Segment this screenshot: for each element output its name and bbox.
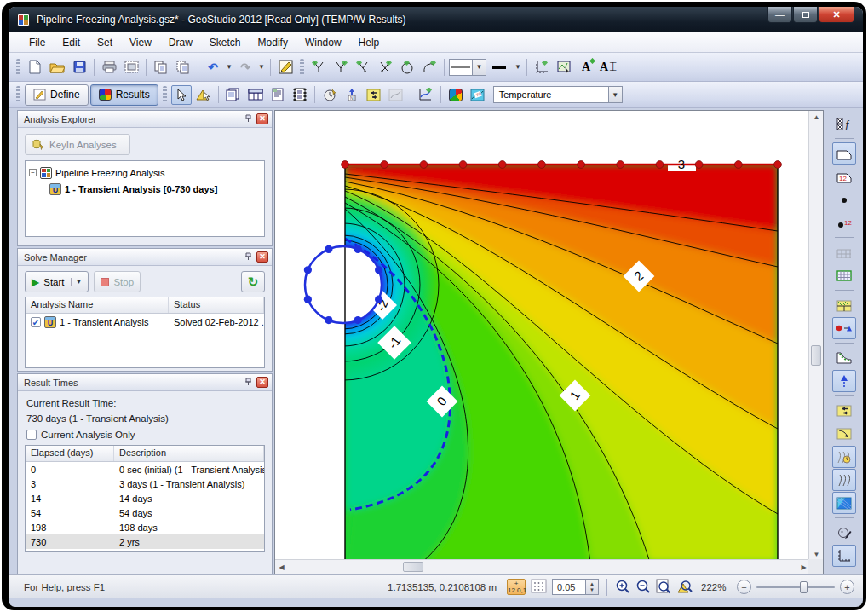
toolbar-grip[interactable] <box>16 86 20 103</box>
title-bar[interactable]: Pipeline Freezing Analysis.gsz* - GeoStu… <box>9 7 863 32</box>
redo-dropdown-icon[interactable]: ▼ <box>257 57 266 77</box>
copy-picture-icon[interactable] <box>223 85 244 105</box>
result-times-header[interactable]: Result Times ✕ <box>18 374 272 391</box>
view-sketch-icon[interactable] <box>832 522 856 544</box>
results-mode-button[interactable]: Results <box>90 84 158 106</box>
view-material-functions-icon[interactable]: ƒ <box>832 113 856 135</box>
line-weight-icon[interactable] <box>488 57 512 77</box>
grid-spacing-spinner[interactable]: 0.05 ▲▼ <box>552 579 599 595</box>
stop-button[interactable]: Stop <box>94 271 141 292</box>
toolbar-grip[interactable] <box>163 86 167 103</box>
draw-arc-icon[interactable] <box>419 57 440 77</box>
scroll-left-icon[interactable]: ◀ <box>275 561 288 574</box>
coordinate-display-icon[interactable]: +12.0,1 <box>507 579 526 595</box>
animation-icon[interactable] <box>290 85 310 105</box>
menu-view[interactable]: View <box>121 34 160 51</box>
col-description[interactable]: Description <box>114 446 264 461</box>
draw-lines-icon[interactable] <box>331 57 351 77</box>
sketch-text-icon[interactable]: A⌶ <box>598 57 618 77</box>
apply-styles-icon[interactable] <box>275 57 296 77</box>
view-mesh-icon[interactable] <box>832 241 856 263</box>
toolbar-grip[interactable] <box>16 59 20 76</box>
horizontal-scrollbar[interactable]: ◀ ▶ <box>275 559 810 574</box>
vertical-scroll-thumb[interactable] <box>811 345 821 366</box>
select-tool-icon[interactable] <box>171 85 192 105</box>
view-object-info-icon[interactable] <box>245 85 266 105</box>
tree-item-project[interactable]: − Pipeline Freezing Analysis <box>27 165 262 181</box>
line-style-dropdown-icon[interactable]: ▼ <box>472 60 486 75</box>
result-time-row[interactable]: 198198 days <box>26 520 264 534</box>
sketch-axes-icon[interactable] <box>532 57 552 77</box>
line-weight-dropdown-icon[interactable]: ▼ <box>514 57 522 77</box>
tree-collapse-icon[interactable]: − <box>29 169 37 176</box>
drawing-canvas[interactable]: 2 1 0 -1 -2 <box>274 110 824 574</box>
panel-close-icon[interactable]: ✕ <box>256 113 268 124</box>
menu-modify[interactable]: Modify <box>250 34 296 51</box>
current-analysis-only-checkbox[interactable] <box>26 430 37 440</box>
modify-objects-icon[interactable] <box>554 57 574 77</box>
draw-regions-icon[interactable] <box>308 57 329 77</box>
zoom-slider-plus-icon[interactable]: + <box>840 580 854 594</box>
zoom-in-icon[interactable] <box>615 579 630 596</box>
view-regions-icon[interactable] <box>832 142 856 165</box>
menu-file[interactable]: File <box>20 34 54 51</box>
grid-snap-icon[interactable] <box>531 579 547 595</box>
grid-spacing-value[interactable]: 0.05 <box>552 579 586 595</box>
view-nodes-icon[interactable] <box>832 188 856 211</box>
view-velocity-vectors-icon[interactable] <box>832 400 856 422</box>
toolbar-grip[interactable] <box>300 59 304 76</box>
result-time-row[interactable]: 00 sec (initial) (1 - Transient Analysis… <box>26 462 264 476</box>
menu-set[interactable]: Set <box>89 34 121 51</box>
draw-graph-icon[interactable] <box>416 85 436 105</box>
zoom-page-icon[interactable] <box>656 579 671 596</box>
vertical-scrollbar[interactable]: ▲ ▼ <box>808 111 823 561</box>
panel-close-icon[interactable]: ✕ <box>256 251 268 263</box>
zoom-objects-icon[interactable] <box>676 579 693 596</box>
view-surface-layers-icon[interactable] <box>832 294 856 316</box>
horizontal-scroll-thumb[interactable] <box>403 562 423 572</box>
draw-circle-icon[interactable] <box>397 57 417 77</box>
keyin-analyses-button[interactable]: KeyIn Analyses <box>25 134 130 155</box>
menu-draw[interactable]: Draw <box>160 34 201 51</box>
result-time-row[interactable]: 1414 days <box>26 491 264 505</box>
menu-sketch[interactable]: Sketch <box>201 34 250 51</box>
spinner-arrows-icon[interactable]: ▲▼ <box>586 579 599 595</box>
draw-flux-sections-icon[interactable] <box>386 85 406 105</box>
define-mode-button[interactable]: Define <box>25 84 89 106</box>
col-analysis-name[interactable]: Analysis Name <box>26 297 169 313</box>
undo-icon[interactable]: ↶ <box>203 57 223 77</box>
draw-points-icon[interactable] <box>353 57 373 77</box>
view-field-dropdown-icon[interactable]: ▼ <box>608 87 622 102</box>
view-boundary-conditions-icon[interactable] <box>832 317 856 339</box>
draw-graph-time-icon[interactable] <box>319 85 340 105</box>
draw-contours-icon[interactable] <box>445 85 466 105</box>
zoom-out-icon[interactable] <box>635 579 651 596</box>
start-dropdown-icon[interactable]: ▼ <box>71 278 83 286</box>
save-icon[interactable] <box>69 57 89 77</box>
scroll-up-icon[interactable]: ▲ <box>810 111 823 124</box>
copy-icon[interactable] <box>151 57 171 77</box>
solve-manager-header[interactable]: Solve Manager ✕ <box>18 249 272 266</box>
view-contour-shading-icon[interactable] <box>832 492 856 514</box>
menu-edit[interactable]: Edit <box>54 34 89 51</box>
redo-icon[interactable]: ↷ <box>235 57 256 77</box>
analysis-explorer-header[interactable]: Analysis Explorer ✕ <box>18 111 272 128</box>
draw-multiline-icon[interactable] <box>375 57 395 77</box>
paste-picture-icon[interactable] <box>173 57 193 77</box>
view-isolines-time-icon[interactable] <box>832 446 856 468</box>
draw-vectors-icon[interactable] <box>364 85 384 105</box>
zoom-slider-handle[interactable] <box>800 581 808 593</box>
print-icon[interactable] <box>99 57 119 77</box>
sketch-font-icon[interactable]: A <box>576 57 596 77</box>
refresh-button[interactable]: ↻ <box>241 271 265 292</box>
close-button[interactable]: ✕ <box>819 7 854 23</box>
menu-help[interactable]: Help <box>350 34 388 51</box>
restore-button[interactable] <box>793 7 818 23</box>
pin-icon[interactable] <box>244 252 252 263</box>
line-style-select[interactable]: ▼ <box>449 59 486 76</box>
view-slip-surface-icon[interactable] <box>832 347 856 369</box>
view-report-icon[interactable] <box>267 85 288 105</box>
view-axes-icon[interactable] <box>832 545 856 567</box>
start-button[interactable]: ▶ Start ▼ <box>25 271 89 292</box>
print-preview-icon[interactable] <box>121 57 141 77</box>
